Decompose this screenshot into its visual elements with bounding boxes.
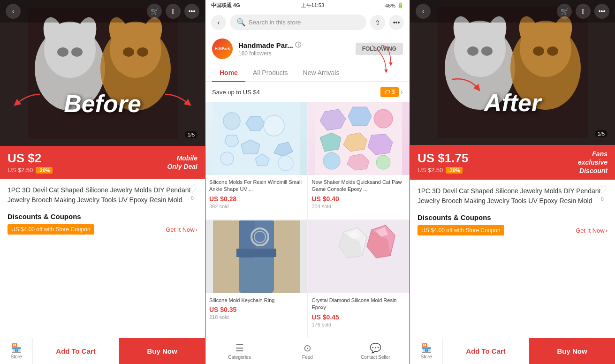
- right-heart-icon[interactable]: ♡0: [597, 183, 607, 202]
- mold-image-4: [315, 220, 402, 293]
- left-coupon-row: US $4.00 off with Store Coupon Get It No…: [8, 224, 197, 235]
- card-title-2: New Shaker Molds Quicksand Cat Paw Game …: [312, 179, 406, 193]
- svg-point-16: [220, 152, 234, 165]
- right-product-title: 1PC 3D Devil Cat Shaped Silicone Jewelry…: [418, 186, 607, 206]
- left-deal-label: MobileOnly Deal: [167, 154, 197, 171]
- tab-categories[interactable]: ☰ Categories: [205, 338, 273, 364]
- left-discount-badge: -20%: [36, 167, 53, 174]
- right-product-info: 1PC 3D Devil Cat Shaped Silicone Jewelry…: [410, 180, 615, 338]
- left-nav-bar: ‹ 🛒 ⇧ •••: [0, 0, 205, 23]
- card-title-3: Silicone Mold Keychain Ring: [209, 297, 304, 304]
- product-card-3[interactable]: Silicone Mold Keychain Ring US $0.35 218…: [205, 220, 307, 338]
- card-price-1: US $0.28: [209, 195, 304, 203]
- left-panel: ‹ 🛒 ⇧ •••: [0, 0, 205, 364]
- status-time: 上午11:53: [301, 2, 325, 9]
- product-card-4[interactable]: Crystal Diamond Silicone Mold Resin Epox…: [308, 220, 410, 338]
- left-nav-icons: 🛒 ⇧ •••: [147, 4, 199, 19]
- categories-label: Categories: [228, 355, 251, 360]
- left-counter: 1/5: [185, 131, 197, 138]
- card-sold-1: 392 sold: [209, 204, 304, 209]
- svg-point-17: [278, 156, 293, 171]
- left-get-it-now[interactable]: Get It Now ›: [166, 226, 197, 233]
- tab-all-products[interactable]: All Products: [245, 64, 296, 81]
- card-title-4: Crystal Diamond Silicone Mold Resin Epox…: [312, 297, 406, 311]
- left-share-icon[interactable]: ⇧: [166, 4, 181, 19]
- tab-new-arrivals[interactable]: New Arrivals: [296, 64, 347, 81]
- left-cart-icon[interactable]: 🛒: [147, 4, 162, 19]
- store-name: Handmade Par... ⓘ: [238, 41, 350, 49]
- left-store-label: Store: [11, 354, 22, 359]
- right-arrow: [448, 75, 485, 93]
- battery-percentage: 46%: [385, 3, 395, 8]
- right-deal-label: FansexclusiveDiscount: [578, 150, 607, 175]
- right-add-cart-button[interactable]: Add To Cart: [443, 338, 529, 364]
- left-hero-label: Before: [64, 90, 141, 118]
- save-chevron[interactable]: ›: [401, 88, 403, 96]
- left-arrow-left: [9, 92, 42, 108]
- left-more-icon[interactable]: •••: [184, 4, 199, 19]
- card-sold-2: 304 sold: [312, 204, 406, 209]
- store-info: Handmade Par... ⓘ 160 followers: [238, 41, 350, 57]
- right-original-price: US $2.50: [418, 167, 443, 174]
- product-grid: Silicone Molds For Resin Windmill Small …: [205, 102, 410, 338]
- right-buy-now-button[interactable]: Buy Now: [529, 338, 615, 364]
- categories-icon: ☰: [235, 342, 244, 354]
- following-button[interactable]: FOLLOWING: [356, 43, 403, 55]
- svg-point-21: [376, 155, 390, 169]
- left-discounts-title: Discounts & Coupons: [8, 212, 197, 220]
- tab-feed[interactable]: ⊙ Feed: [273, 338, 342, 364]
- svg-point-42: [481, 46, 493, 56]
- product-card-1[interactable]: Silicone Molds For Resin Windmill Small …: [205, 102, 307, 220]
- left-product-info: 1PC 3D Devil Cat Shaped Silicone Jewelry…: [0, 179, 205, 338]
- right-store-button[interactable]: 🏪 Store: [410, 338, 443, 364]
- tab-contact-seller[interactable]: 💬 Contact Seller: [342, 338, 410, 364]
- center-search-bar[interactable]: 🔍 Search in this store: [230, 15, 366, 30]
- svg-point-48: [547, 46, 558, 56]
- center-share-icon[interactable]: ⇧: [370, 15, 385, 30]
- contact-icon: 💬: [370, 342, 381, 354]
- svg-point-6: [71, 47, 83, 57]
- svg-point-14: [223, 113, 240, 129]
- left-price-original: US $2.50 -20%: [8, 167, 53, 174]
- right-share-icon[interactable]: ⇧: [576, 4, 591, 19]
- store-avatar: H.MPark: [212, 38, 233, 59]
- center-back-button[interactable]: ‹: [211, 15, 226, 30]
- product-card-info-2: New Shaker Molds Quicksand Cat Paw Game …: [308, 175, 410, 213]
- coupon-icon[interactable]: 🏷 $: [380, 87, 399, 97]
- battery-status: 46% 🔋: [385, 2, 404, 8]
- product-image-2: [308, 102, 410, 175]
- right-price-main: US $1.75: [418, 151, 468, 166]
- right-panel: ‹ 🛒 ⇧ •••: [410, 0, 615, 364]
- save-banner: Save up to US $4 🏷 $ ›: [205, 82, 410, 102]
- right-store-label: Store: [421, 354, 432, 359]
- product-card-2[interactable]: New Shaker Molds Quicksand Cat Paw Game …: [308, 102, 410, 220]
- svg-point-41: [467, 46, 478, 56]
- left-store-icon: 🏪: [11, 343, 22, 353]
- mold-image-1: [213, 102, 300, 175]
- bottom-tab-bar: ☰ Categories ⊙ Feed 💬 Contact Seller: [205, 338, 410, 364]
- svg-point-19: [374, 109, 393, 128]
- left-add-cart-button[interactable]: Add To Cart: [33, 338, 119, 364]
- store-tab-nav: Home All Products New Arrivals: [205, 64, 410, 82]
- right-cart-icon[interactable]: 🛒: [557, 4, 572, 19]
- search-input-text: Search in this store: [249, 19, 301, 26]
- product-image-3: [205, 220, 307, 293]
- right-discount-badge: -30%: [446, 167, 463, 174]
- right-discounts-title: Discounts & Coupons: [418, 213, 607, 221]
- right-more-icon[interactable]: •••: [594, 4, 609, 19]
- left-back-button[interactable]: ‹: [6, 4, 21, 19]
- right-back-button[interactable]: ‹: [416, 4, 431, 19]
- left-price-main: US $2: [8, 151, 53, 166]
- right-get-it-now[interactable]: Get It Now ›: [576, 227, 607, 234]
- tab-home[interactable]: Home: [212, 64, 245, 81]
- left-store-button[interactable]: 🏪 Store: [0, 338, 33, 364]
- right-price-info: US $1.75 US $2.50 -30%: [418, 151, 468, 174]
- left-heart-icon[interactable]: ♡0: [187, 182, 197, 201]
- left-product-image: [28, 8, 178, 139]
- battery-icon: 🔋: [397, 2, 404, 8]
- center-more-icon[interactable]: •••: [389, 15, 404, 30]
- left-buy-now-button[interactable]: Buy Now: [119, 338, 205, 364]
- card-price-4: US $0.45: [312, 313, 406, 321]
- mold-image-3: [213, 220, 300, 293]
- left-discounts-section: Discounts & Coupons US $4.00 off with St…: [8, 212, 197, 235]
